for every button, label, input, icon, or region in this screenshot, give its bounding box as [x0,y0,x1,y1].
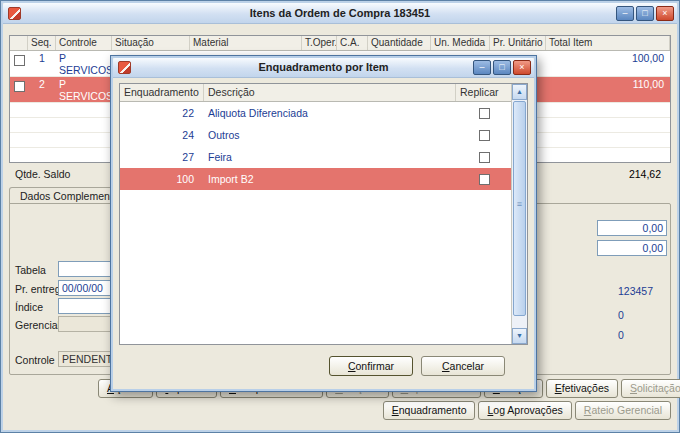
col-header-situacao[interactable]: Situação [112,36,190,50]
amount2-field[interactable]: 0,00 [597,240,667,256]
cell-descricao: Aliquota Diferenciada [204,107,456,119]
cell-select [10,77,28,102]
cell-descricao: Outros [204,129,456,141]
dialog-maximize-icon[interactable]: □ [493,60,511,75]
col-header-material[interactable]: Material [190,36,302,50]
col-header-descricao[interactable]: Descrição [204,84,456,101]
gerencial-label: Gerencial [15,319,60,331]
replicar-checkbox[interactable] [479,130,490,141]
cell-code: 22 [120,107,204,119]
zero2-value: 0 [618,329,624,341]
dialog-minimize-icon[interactable]: – [473,60,491,75]
controle-label: Controle [15,354,55,366]
enquadramento-grid: Enquadramento Descrição Replicar 22 Aliq… [119,83,528,345]
cell-total: 110,00 [546,77,670,102]
cell-seq: 1 [28,51,56,76]
scrollbar-thumb[interactable]: ≡ [513,101,526,316]
scroll-down-icon[interactable]: ▼ [512,328,527,344]
cell-total: 100,00 [546,51,670,76]
col-header-toper[interactable]: T.Oper. [302,36,337,50]
close-icon[interactable]: × [656,6,674,21]
dialog-title: Enquadramento por Item [113,61,534,73]
col-header-seq[interactable]: Seq. [28,36,56,50]
replicar-checkbox[interactable] [479,108,490,119]
row-checkbox[interactable] [14,55,25,66]
col-header-controle[interactable]: Controle [56,36,112,50]
window-title: Itens da Ordem de Compra 183451 [3,7,677,19]
dialog-titlebar[interactable]: Enquadramento por Item – □ × [113,58,534,78]
replicar-checkbox[interactable] [479,152,490,163]
enquadramento-grid-header: Enquadramento Descrição Replicar [120,84,527,102]
col-header-replicar[interactable]: Replicar [456,84,513,101]
enquadramento-button[interactable]: Enquadramento [383,401,476,420]
confirmar-button[interactable]: Confirmar [329,356,413,376]
cell-code: 24 [120,129,204,141]
cell-replicar [456,152,513,163]
main-titlebar[interactable]: Itens da Ordem de Compra 183451 – □ × [3,3,677,24]
cell-replicar [456,108,513,119]
cell-select [10,51,28,76]
cell-controle: P SERVICOS SER [56,77,112,102]
indice-label: Índice [15,301,43,313]
log-aprovacoes-button[interactable]: Log Aprovações [478,401,571,420]
replicar-checkbox[interactable] [479,174,490,185]
col-header-unmedida[interactable]: Un. Medida [431,36,490,50]
cell-descricao: Import B2 [204,173,456,185]
scrollbar-grip-icon: ≡ [514,200,525,209]
cancelar-button[interactable]: Cancelar [421,356,505,376]
scroll-up-icon[interactable]: ▲ [512,84,527,100]
cell-seq: 2 [28,77,56,102]
qtde-saldo-value: 214,62 [541,168,661,180]
enquadramento-row[interactable]: 27 Feira [120,146,527,168]
col-header-totalitem[interactable]: Total Item [546,36,670,50]
cell-replicar [456,130,513,141]
col-header-enquadramento[interactable]: Enquadramento [120,84,204,101]
rateio-gerencial-button: Rateio Gerencial [575,401,671,420]
scrollbar[interactable]: ▲ ≡ ▼ [511,84,527,344]
cell-controle: P SERVICOS SER [56,51,112,76]
cell-replicar [456,174,513,185]
col-header-prunitario[interactable]: Pr. Unitário [490,36,546,50]
enquadramento-row-selected[interactable]: 100 Import B2 [120,168,527,190]
cell-code: 100 [120,173,204,185]
cell-descricao: Feira [204,151,456,163]
enquadramento-row[interactable]: 22 Aliquota Diferenciada [120,102,527,124]
amount1-field[interactable]: 0,00 [597,220,667,236]
efetivacoes-button[interactable]: Efetivações [546,379,618,398]
solicitacao-button: Solicitação [621,379,680,398]
items-grid-header: Seq. Controle Situação Material T.Oper. … [10,36,670,51]
row-checkbox[interactable] [14,81,25,92]
dialog-close-icon[interactable]: × [513,60,531,75]
minimize-icon[interactable]: – [616,6,634,21]
maximize-icon[interactable]: □ [636,6,654,21]
header-select-column [10,36,28,50]
zero1-value: 0 [618,309,624,321]
col-header-ca[interactable]: C.A. [337,36,368,50]
cell-code: 27 [120,151,204,163]
enquadramento-row[interactable]: 24 Outros [120,124,527,146]
qtde-saldo-label: Qtde. Saldo [15,168,70,180]
enquadramento-dialog: Enquadramento por Item – □ × Enquadramen… [110,55,537,392]
tabela-label: Tabela [15,264,46,276]
col-header-quantidade[interactable]: Quantidade [368,36,431,50]
ref-value: 123457 [618,285,653,297]
